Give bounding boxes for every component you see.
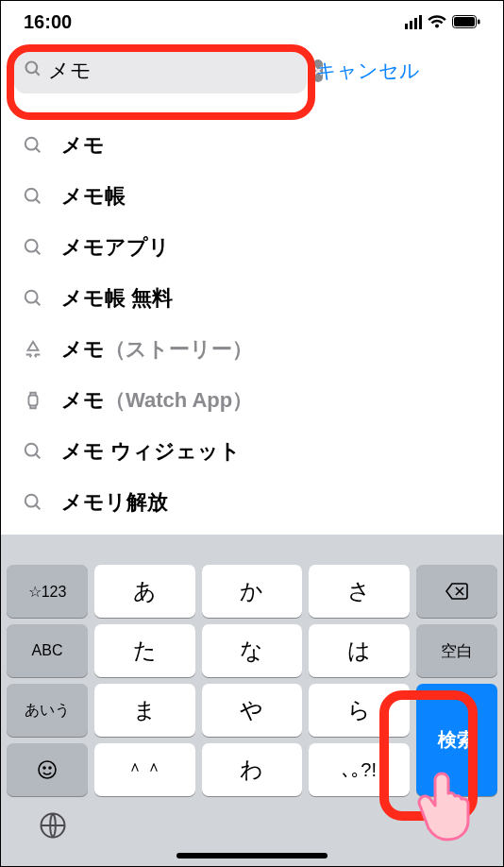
search-icon bbox=[22, 492, 44, 513]
suggestion-text: メモ帳 無料 bbox=[61, 284, 173, 313]
svg-rect-2 bbox=[478, 20, 480, 25]
svg-point-16 bbox=[25, 444, 38, 456]
search-icon bbox=[22, 288, 44, 309]
key-ma[interactable]: ま bbox=[94, 684, 195, 737]
svg-point-9 bbox=[25, 189, 38, 201]
key-ta[interactable]: た bbox=[94, 624, 195, 677]
key-ka[interactable]: か bbox=[202, 565, 303, 618]
home-indicator bbox=[176, 853, 328, 858]
key-backspace[interactable] bbox=[416, 565, 497, 618]
status-indicators bbox=[405, 15, 480, 29]
suggestion-text: メモ（ストーリー） bbox=[61, 335, 253, 364]
suggestion-row[interactable]: メモ bbox=[1, 120, 503, 171]
suggestion-row[interactable]: メモ帳 bbox=[1, 171, 503, 222]
watch-icon bbox=[22, 390, 44, 411]
key-kana[interactable]: あいう bbox=[7, 684, 88, 737]
suggestion-list: メモ メモ帳 メモアプリ メモ帳 無料 メモ（ストーリー） メモ（Watch A… bbox=[1, 103, 503, 528]
key-abc[interactable]: ABC bbox=[7, 624, 88, 677]
svg-point-22 bbox=[39, 761, 56, 778]
globe-icon[interactable] bbox=[39, 811, 67, 843]
wifi-icon bbox=[428, 15, 446, 29]
suggestion-row[interactable]: メモ（Watch App） bbox=[1, 375, 503, 426]
key-ra[interactable]: ら bbox=[309, 684, 410, 737]
svg-line-4 bbox=[36, 72, 40, 76]
status-bar: 16:00 bbox=[1, 1, 503, 42]
svg-line-12 bbox=[36, 250, 41, 255]
search-icon bbox=[22, 441, 44, 462]
search-icon bbox=[24, 60, 42, 82]
suggestion-row[interactable]: メモアプリ bbox=[1, 222, 503, 273]
svg-point-7 bbox=[25, 138, 38, 150]
search-icon bbox=[22, 237, 44, 258]
svg-rect-1 bbox=[454, 17, 475, 26]
key-na[interactable]: な bbox=[202, 624, 303, 677]
svg-point-18 bbox=[25, 495, 38, 507]
suggestion-text: メモ bbox=[61, 131, 105, 160]
svg-point-13 bbox=[25, 291, 38, 303]
app-store-icon bbox=[22, 339, 44, 360]
suggestion-text: メモ（Watch App） bbox=[61, 386, 253, 415]
key-ha[interactable]: は bbox=[309, 624, 410, 677]
key-punct[interactable]: ､｡?! bbox=[309, 743, 410, 796]
suggestion-text: メモリ解放 bbox=[61, 488, 168, 517]
search-bar: キャンセル bbox=[1, 42, 503, 103]
pointer-hand-icon bbox=[416, 756, 492, 845]
svg-point-3 bbox=[26, 62, 38, 74]
suggestion-row[interactable]: メモリ解放 bbox=[1, 477, 503, 528]
suggestion-row[interactable]: メモ（ストーリー） bbox=[1, 324, 503, 375]
svg-line-17 bbox=[36, 454, 41, 459]
key-emoji[interactable] bbox=[7, 743, 88, 796]
svg-point-11 bbox=[25, 240, 38, 252]
search-field[interactable] bbox=[14, 48, 307, 94]
key-a[interactable]: あ bbox=[94, 565, 195, 618]
key-sa[interactable]: さ bbox=[309, 565, 410, 618]
suggestion-row[interactable]: メモ ウィジェット bbox=[1, 426, 503, 477]
svg-point-23 bbox=[43, 767, 45, 769]
key-num[interactable]: ☆123 bbox=[7, 565, 88, 618]
suggestion-text: メモ ウィジェット bbox=[61, 437, 241, 466]
key-space[interactable]: 空白 bbox=[416, 624, 497, 677]
svg-rect-15 bbox=[28, 396, 37, 406]
svg-line-10 bbox=[36, 199, 41, 204]
svg-line-19 bbox=[36, 505, 41, 510]
candidate-bar bbox=[1, 546, 503, 565]
status-time: 16:00 bbox=[24, 11, 72, 33]
key-sym1[interactable]: ＾＾ bbox=[94, 743, 195, 796]
search-input[interactable] bbox=[48, 59, 308, 83]
key-wa[interactable]: わ bbox=[202, 743, 303, 796]
svg-line-8 bbox=[36, 148, 41, 153]
cellular-icon bbox=[405, 15, 422, 29]
suggestion-text: メモアプリ bbox=[61, 233, 170, 262]
svg-point-24 bbox=[49, 767, 51, 769]
device-frame: 16:00 キャンセル メモ bbox=[0, 0, 504, 867]
suggestion-text: メモ帳 bbox=[61, 182, 126, 211]
svg-line-14 bbox=[36, 301, 41, 306]
search-icon bbox=[22, 186, 44, 207]
search-icon bbox=[22, 135, 44, 156]
battery-icon bbox=[452, 15, 480, 28]
suggestion-row[interactable]: メモ帳 無料 bbox=[1, 273, 503, 324]
cancel-button[interactable]: キャンセル bbox=[316, 58, 420, 84]
key-ya[interactable]: や bbox=[202, 684, 303, 737]
